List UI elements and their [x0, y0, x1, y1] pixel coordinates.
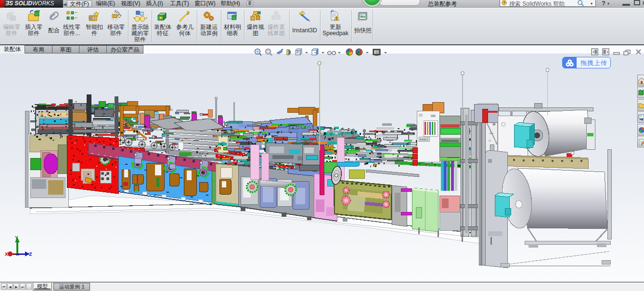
- svg-text:KKK0: KKK0: [420, 138, 428, 141]
- svg-text:Z: Z: [29, 251, 32, 257]
- svg-text:X: X: [5, 251, 8, 257]
- svg-text:Y: Y: [15, 235, 18, 241]
- svg-text:?: ?: [503, 0, 505, 5]
